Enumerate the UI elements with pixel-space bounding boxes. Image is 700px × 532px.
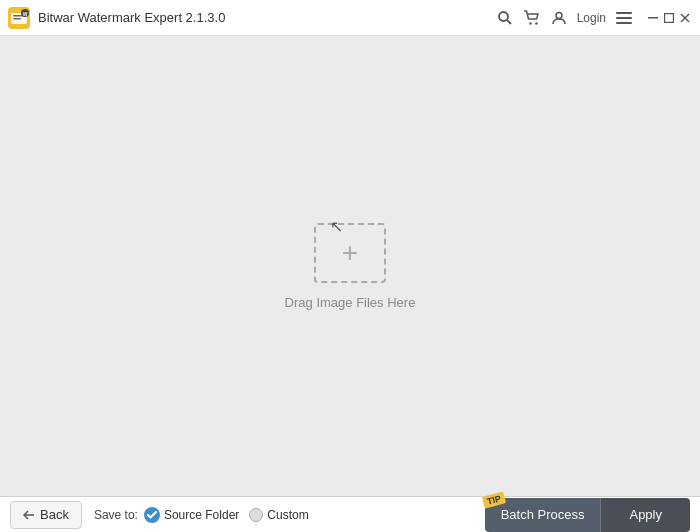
custom-option[interactable]: Custom — [249, 508, 308, 522]
app-title: Bitwar Watermark Expert 2.1.3.0 — [38, 10, 497, 25]
svg-rect-3 — [13, 18, 21, 20]
back-button[interactable]: Back — [10, 501, 82, 529]
source-folder-option[interactable]: Source Folder — [144, 507, 239, 523]
svg-rect-12 — [616, 17, 632, 19]
title-bar: W Bitwar Watermark Expert 2.1.3.0 L — [0, 0, 700, 36]
drop-zone[interactable]: + ↖ Drag Image Files Here — [285, 223, 416, 310]
close-button[interactable] — [678, 11, 692, 25]
cart-icon[interactable] — [523, 10, 541, 26]
source-folder-check-icon — [144, 507, 160, 523]
main-content: + ↖ Drag Image Files Here — [0, 36, 700, 496]
custom-label: Custom — [267, 508, 308, 522]
svg-point-8 — [529, 22, 531, 24]
save-to-label: Save to: — [94, 508, 138, 522]
svg-rect-15 — [665, 13, 674, 22]
maximize-button[interactable] — [662, 11, 676, 25]
user-icon[interactable] — [551, 10, 567, 26]
drop-label: Drag Image Files Here — [285, 295, 416, 310]
batch-process-label: Batch Process — [501, 507, 585, 522]
login-button[interactable]: Login — [577, 11, 606, 25]
minimize-button[interactable] — [646, 11, 660, 25]
back-label: Back — [40, 507, 69, 522]
svg-rect-11 — [616, 12, 632, 14]
window-controls — [646, 11, 692, 25]
source-folder-label: Source Folder — [164, 508, 239, 522]
bottom-bar: Back Save to: Source Folder Custom TIP B… — [0, 496, 700, 532]
apply-button[interactable]: Apply — [601, 498, 690, 532]
svg-point-10 — [556, 12, 562, 18]
svg-rect-14 — [648, 17, 658, 19]
apply-label: Apply — [629, 507, 662, 522]
menu-icon[interactable] — [616, 12, 632, 24]
custom-radio — [249, 508, 263, 522]
svg-line-7 — [507, 20, 511, 24]
batch-process-button[interactable]: TIP Batch Process — [485, 498, 601, 532]
app-logo: W — [8, 7, 30, 29]
svg-rect-13 — [616, 22, 632, 24]
svg-point-9 — [535, 22, 537, 24]
cursor-decoration: ↖ — [330, 217, 400, 293]
title-bar-actions: Login — [497, 10, 692, 26]
svg-point-6 — [499, 12, 508, 21]
svg-text:W: W — [23, 11, 28, 17]
search-icon[interactable] — [497, 10, 513, 26]
